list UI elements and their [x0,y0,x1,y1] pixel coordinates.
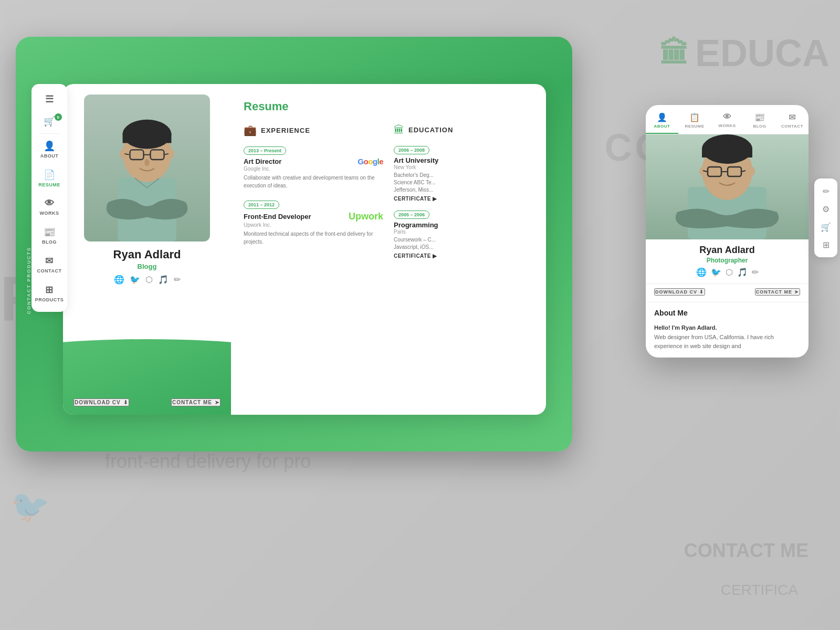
sidebar-divider-1 [39,133,60,134]
social-twitter-icon[interactable]: 🐦 [130,275,140,285]
edu-2-date: 2005 – 2006 [394,211,429,219]
sidebar-contact-label: CONTACT [37,268,62,274]
mobile-social-twitter[interactable]: 🐦 [711,267,721,277]
sidebar-nav: ☰ 🛒 0 👤 ABOUT 📄 RESUME 👁 WORKS 📰 BLOG ✉ … [32,84,67,312]
mobile-nav-works[interactable]: 👁 WORKS [711,109,743,134]
mobile-nav-about[interactable]: 👤 ABOUT [646,109,678,134]
education-icon: 🏛 [394,124,404,136]
svg-rect-3 [123,133,172,143]
edu-1-location: New York [394,164,533,170]
resume-title: Resume [244,100,533,113]
mobile-actions: DOWNLOAD CV ⬇ CONTACT ME ➤ [646,284,808,302]
mobile-download-cv-button[interactable]: DOWNLOAD CV ⬇ [654,288,705,296]
contact-icon: ✉ [45,255,54,267]
about-icon: 👤 [44,140,56,152]
mobile-social-spotify[interactable]: 🎵 [737,267,748,277]
social-spotify-icon[interactable]: 🎵 [158,275,169,285]
bg-contact-me-text: CONTACT ME [684,540,808,562]
mobile-person-svg [646,134,808,239]
mobile-social-pen[interactable]: ✏ [752,267,759,277]
svg-rect-15 [702,148,752,158]
education-column: 🏛 EDUCATION 2006 – 2008 Art University N… [394,124,533,266]
mobile-nav-blog[interactable]: 📰 BLOG [743,109,776,134]
mobile-about-label: ABOUT [654,124,670,129]
mobile-socials: 🌐 🐦 ⬡ 🎵 ✏ [696,267,759,277]
main-card: ☰ 🛒 0 👤 ABOUT 📄 RESUME 👁 WORKS 📰 BLOG ✉ … [16,37,572,452]
social-pen-icon[interactable]: ✏ [174,275,181,285]
mobile-about-section: About Me Hello! I'm Ryan Adlard. Web des… [646,302,808,358]
mobile-download-label: DOWNLOAD CV [655,289,697,295]
experience-label: EXPERIENCE [261,127,310,134]
float-edit-icon[interactable]: ✏ [817,183,834,200]
mobile-works-label: WORKS [718,123,736,128]
resume-columns: 💼 EXPERIENCE 2013 – Present Art Director… [244,124,533,266]
job-1-role: Art Director Google [244,157,383,166]
profile-photo-wrap [84,94,210,242]
education-header: 🏛 EDUCATION [394,124,533,136]
mobile-send-icon: ➤ [794,289,799,295]
sidebar-works-label: WORKS [40,211,59,216]
sidebar-cart[interactable]: 🛒 0 [32,110,67,132]
sidebar-item-about[interactable]: 👤 ABOUT [32,135,67,164]
google-logo: Google [358,157,383,166]
experience-icon: 💼 [244,124,257,136]
profile-section: Ryan Adlard Blogg 🌐 🐦 ⬡ 🎵 ✏ DOWNLOAD CV … [63,84,231,415]
mobile-nav-resume[interactable]: 📋 RESUME [678,109,711,134]
float-settings-icon[interactable]: ⚙ [817,201,834,217]
mobile-blog-icon: 📰 [754,112,765,122]
social-globe-icon[interactable]: 🌐 [114,275,124,285]
works-icon: 👁 [45,198,55,209]
mobile-about-bold: Hello! I'm Ryan Adlard. [654,324,717,331]
mobile-card: 👤 ABOUT 📋 RESUME 👁 WORKS 📰 BLOG ✉ CONTAC… [646,105,808,358]
sidebar-item-resume[interactable]: 📄 RESUME [32,164,67,193]
mobile-works-icon: 👁 [723,112,732,122]
edu-2-desc: Coursework – C...Javascript, iOS... [394,236,533,251]
mobile-photo [646,134,808,239]
mobile-social-github[interactable]: ⬡ [726,267,733,277]
profile-title: Blogg [138,262,157,270]
sidebar-item-blog[interactable]: 📰 BLOG [32,221,67,250]
float-grid-icon[interactable]: ⊞ [817,236,834,253]
experience-column: 💼 EXPERIENCE 2013 – Present Art Director… [244,124,383,266]
float-icons-panel: ✏ ⚙ 🛒 ⊞ [814,178,837,257]
profile-actions: DOWNLOAD CV ⬇ CONTACT ME ➤ [63,398,231,406]
float-cart-icon[interactable]: 🛒 [817,218,834,235]
sidebar-item-contact[interactable]: ✉ CONTACT [32,250,67,279]
download-cv-label: DOWNLOAD CV [75,400,121,405]
svg-point-17 [748,166,755,176]
mobile-about-body: Web designer from USA, California. I hav… [654,334,774,350]
contact-me-button[interactable]: CONTACT ME ➤ [171,398,220,406]
bg-front-text: front-end delivery for pro [105,450,311,472]
menu-icon: ☰ [45,93,54,105]
contact-me-label: CONTACT ME [172,400,212,405]
sidebar-item-products[interactable]: ⊞ PRODUCTS [32,279,67,308]
mobile-profile-name: Ryan Adlard [699,245,754,256]
social-github-icon[interactable]: ⬡ [145,275,153,285]
sidebar-item-works[interactable]: 👁 WORKS [32,193,67,221]
job-2-date: 2011 – 2012 [244,201,279,209]
job-2-role: Front-End Developer Upwork [244,211,383,222]
edu-1-school: Art University [394,156,533,164]
experience-header: 💼 EXPERIENCE [244,124,383,136]
mobile-social-globe[interactable]: 🌐 [696,267,707,277]
edu-1-date: 2006 – 2008 [394,146,429,154]
resume-icon: 📄 [44,169,56,181]
mobile-contact-me-button[interactable]: CONTACT ME ➤ [755,288,800,296]
mobile-profile: Ryan Adlard Photographer 🌐 🐦 ⬡ 🎵 ✏ [646,134,808,284]
resume-rest: esume [252,100,289,113]
edu-2-cert-link[interactable]: CERTIFICATE ▶ [394,253,533,259]
edu-2-school: Programming [394,221,533,229]
download-cv-button[interactable]: DOWNLOAD CV ⬇ [74,398,129,406]
mobile-contact-me-label: CONTACT ME [756,289,792,295]
edu-item-2: 2005 – 2006 Programming Paris Coursework… [394,209,533,259]
job-2-desc: Monitored technical aspects of the front… [244,230,383,246]
profile-name: Ryan Adlard [113,248,181,261]
mobile-resume-icon: 📋 [689,112,700,122]
job-2-company: Upwork Inc. [244,222,383,228]
bg-certif-text: CERTIFICA [721,582,798,598]
edu-1-cert-link[interactable]: CERTIFICATE ▶ [394,196,533,202]
mobile-blog-label: BLOG [753,124,766,129]
sidebar-menu-toggle[interactable]: ☰ [32,88,67,110]
mobile-nav-contact[interactable]: ✉ CONTACT [776,109,808,134]
mobile-about-icon: 👤 [657,112,668,122]
